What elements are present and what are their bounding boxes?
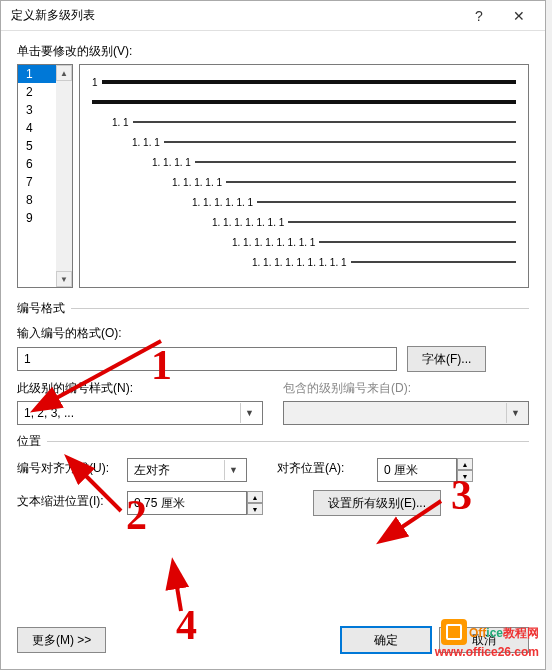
align-value: 左对齐 [134, 462, 224, 479]
number-style-select[interactable]: 1, 2, 3, ... ▼ [17, 401, 263, 425]
dialog-body: 单击要修改的级别(V): 123456789 ▲ ▼ 11. 11. 1. 11… [1, 31, 545, 536]
spin-down-icon[interactable]: ▼ [247, 503, 263, 515]
include-level-label: 包含的级别编号来自(D): [283, 380, 529, 397]
align-position-input[interactable] [377, 458, 457, 482]
preview-line [92, 100, 516, 104]
preview-number: 1. 1. 1. 1 [152, 157, 191, 168]
preview-row [92, 95, 516, 109]
titlebar: 定义新多级列表 ? ✕ [1, 1, 545, 31]
set-all-levels-button[interactable]: 设置所有级别(E)... [313, 490, 441, 516]
logo-icon [441, 619, 467, 645]
ok-button[interactable]: 确定 [341, 627, 431, 653]
align-position-spinner[interactable]: ▲ ▼ [377, 458, 473, 482]
preview-line [319, 241, 516, 243]
preview-row: 1. 1. 1. 1. 1. 1. 1. 1 [92, 235, 516, 249]
chevron-down-icon: ▼ [224, 460, 242, 480]
preview-number: 1. 1 [112, 117, 129, 128]
level-scrollbar[interactable]: ▲ ▼ [56, 65, 72, 287]
preview-line [102, 80, 516, 84]
format-group-title: 编号格式 [17, 300, 65, 317]
text-indent-spinner[interactable]: ▲ ▼ [127, 491, 263, 515]
preview-row: 1. 1. 1. 1. 1. 1 [92, 195, 516, 209]
align-pos-label: 对齐位置(A): [277, 460, 367, 477]
help-button[interactable]: ? [459, 2, 499, 30]
preview-row: 1. 1. 1. 1. 1. 1. 1. 1. 1 [92, 255, 516, 269]
indent-label: 文本缩进位置(I): [17, 493, 117, 510]
levels-label: 单击要修改的级别(V): [17, 43, 529, 60]
format-label: 输入编号的格式(O): [17, 325, 529, 342]
preview-number: 1 [92, 77, 98, 88]
align-label: 编号对齐方式(U): [17, 460, 117, 477]
font-button[interactable]: 字体(F)... [407, 346, 486, 372]
preview-number: 1. 1. 1. 1. 1. 1 [192, 197, 253, 208]
more-button[interactable]: 更多(M) >> [17, 627, 106, 653]
number-style-label: 此级别的编号样式(N): [17, 380, 263, 397]
preview-line [195, 161, 516, 163]
preview-row: 1. 1 [92, 115, 516, 129]
preview-line [288, 221, 516, 223]
preview-row: 1 [92, 75, 516, 89]
preview-number: 1. 1. 1. 1. 1 [172, 177, 222, 188]
watermark-url: www.office26.com [435, 645, 539, 659]
scroll-up-icon[interactable]: ▲ [56, 65, 72, 81]
close-button[interactable]: ✕ [499, 2, 539, 30]
level-listbox[interactable]: 123456789 ▲ ▼ [17, 64, 73, 288]
align-select[interactable]: 左对齐 ▼ [127, 458, 247, 482]
preview-number: 1. 1. 1 [132, 137, 160, 148]
scroll-down-icon[interactable]: ▼ [56, 271, 72, 287]
spin-down-icon[interactable]: ▼ [457, 470, 473, 482]
number-format-input[interactable] [17, 347, 397, 371]
spin-up-icon[interactable]: ▲ [457, 458, 473, 470]
watermark-brand: 教程网 [503, 626, 539, 640]
preview-row: 1. 1. 1. 1 [92, 155, 516, 169]
number-style-value: 1, 2, 3, ... [24, 406, 240, 420]
include-level-select: ▼ [283, 401, 529, 425]
watermark: Office教程网 www.office26.com [435, 619, 539, 659]
text-indent-input[interactable] [127, 491, 247, 515]
preview-line [164, 141, 516, 143]
spin-up-icon[interactable]: ▲ [247, 491, 263, 503]
dialog-title: 定义新多级列表 [11, 7, 459, 24]
preview-number: 1. 1. 1. 1. 1. 1. 1. 1 [232, 237, 315, 248]
preview-number: 1. 1. 1. 1. 1. 1. 1 [212, 217, 284, 228]
preview-row: 1. 1. 1. 1. 1 [92, 175, 516, 189]
preview-line [133, 121, 516, 123]
chevron-down-icon: ▼ [240, 403, 258, 423]
preview-pane: 11. 11. 1. 11. 1. 1. 11. 1. 1. 1. 11. 1.… [79, 64, 529, 288]
preview-row: 1. 1. 1 [92, 135, 516, 149]
define-multilevel-list-dialog: 定义新多级列表 ? ✕ 单击要修改的级别(V): 123456789 ▲ ▼ 1… [0, 0, 546, 670]
preview-number: 1. 1. 1. 1. 1. 1. 1. 1. 1 [252, 257, 347, 268]
preview-line [351, 261, 516, 263]
chevron-down-icon: ▼ [506, 403, 524, 423]
preview-line [257, 201, 516, 203]
position-group-title: 位置 [17, 433, 41, 450]
svg-line-3 [176, 581, 181, 611]
preview-line [226, 181, 516, 183]
preview-row: 1. 1. 1. 1. 1. 1. 1 [92, 215, 516, 229]
